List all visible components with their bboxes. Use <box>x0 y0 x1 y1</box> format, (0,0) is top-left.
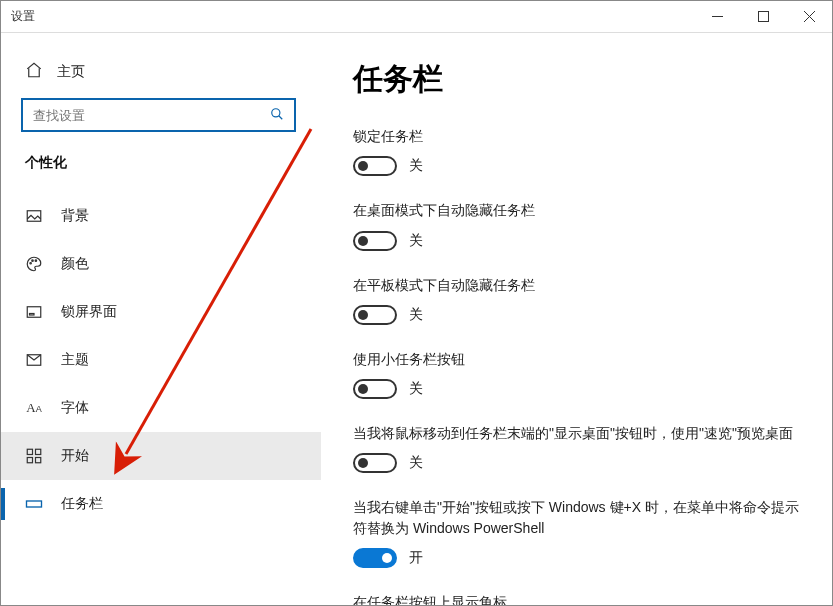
toggle-peek-desktop[interactable] <box>353 453 397 473</box>
titlebar: 设置 <box>1 1 832 33</box>
search-icon <box>270 107 284 124</box>
sidebar-item-lockscreen[interactable]: 锁屏界面 <box>1 288 321 336</box>
search-container <box>21 98 301 132</box>
toggle-lock-taskbar[interactable] <box>353 156 397 176</box>
home-icon <box>25 61 43 82</box>
setting-badges: 在任务栏按钮上显示角标 开 <box>353 592 800 605</box>
svg-point-8 <box>32 260 34 262</box>
svg-rect-13 <box>27 449 32 454</box>
section-title: 个性化 <box>1 150 321 182</box>
svg-rect-17 <box>27 501 42 507</box>
toggle-powershell[interactable] <box>353 548 397 568</box>
setting-peek-desktop: 当我将鼠标移动到任务栏末端的"显示桌面"按钮时，使用"速览"预览桌面 关 <box>353 423 800 473</box>
setting-autohide-desktop: 在桌面模式下自动隐藏任务栏 关 <box>353 200 800 250</box>
window-controls <box>694 1 832 33</box>
toggle-autohide-tablet[interactable] <box>353 305 397 325</box>
palette-icon <box>25 255 43 273</box>
sidebar-item-start[interactable]: 开始 <box>1 432 321 480</box>
nav: 背景 颜色 锁屏界面 主题 AA 字体 <box>1 192 321 528</box>
setting-label: 在平板模式下自动隐藏任务栏 <box>353 275 800 295</box>
sidebar-item-background[interactable]: 背景 <box>1 192 321 240</box>
window-title: 设置 <box>11 8 35 25</box>
picture-icon <box>25 207 43 225</box>
maximize-button[interactable] <box>740 1 786 33</box>
toggle-state: 关 <box>409 157 423 175</box>
sidebar-item-label: 任务栏 <box>61 495 103 513</box>
setting-lock-taskbar: 锁定任务栏 关 <box>353 126 800 176</box>
settings-window: 设置 主页 个性化 <box>0 0 833 606</box>
minimize-button[interactable] <box>694 1 740 33</box>
toggle-autohide-desktop[interactable] <box>353 231 397 251</box>
toggle-state: 关 <box>409 380 423 398</box>
setting-powershell: 当我右键单击"开始"按钮或按下 Windows 键+X 时，在菜单中将命令提示符… <box>353 497 800 568</box>
sidebar-item-colors[interactable]: 颜色 <box>1 240 321 288</box>
sidebar-item-label: 开始 <box>61 447 89 465</box>
setting-label: 在任务栏按钮上显示角标 <box>353 592 800 605</box>
home-link[interactable]: 主页 <box>1 53 321 98</box>
themes-icon <box>25 351 43 369</box>
toggle-small-buttons[interactable] <box>353 379 397 399</box>
svg-rect-16 <box>36 458 41 463</box>
svg-rect-10 <box>27 307 41 318</box>
sidebar-item-fonts[interactable]: AA 字体 <box>1 384 321 432</box>
sidebar-item-label: 颜色 <box>61 255 89 273</box>
home-label: 主页 <box>57 63 85 81</box>
svg-rect-15 <box>27 458 32 463</box>
lockscreen-icon <box>25 303 43 321</box>
svg-point-7 <box>30 263 32 265</box>
toggle-state: 关 <box>409 306 423 324</box>
content-pane: 任务栏 锁定任务栏 关 在桌面模式下自动隐藏任务栏 关 在平板模式下自动隐藏任务… <box>321 33 832 605</box>
setting-label: 当我右键单击"开始"按钮或按下 Windows 键+X 时，在菜单中将命令提示符… <box>353 497 800 538</box>
search-input[interactable] <box>21 98 296 132</box>
close-button[interactable] <box>786 1 832 33</box>
setting-label: 锁定任务栏 <box>353 126 800 146</box>
setting-label: 使用小任务栏按钮 <box>353 349 800 369</box>
sidebar-item-taskbar[interactable]: 任务栏 <box>1 480 321 528</box>
toggle-state: 开 <box>409 549 423 567</box>
svg-rect-6 <box>27 211 41 222</box>
page-title: 任务栏 <box>353 59 800 100</box>
toggle-state: 关 <box>409 232 423 250</box>
fonts-icon: AA <box>25 399 43 417</box>
taskbar-icon <box>25 495 43 513</box>
setting-label: 当我将鼠标移动到任务栏末端的"显示桌面"按钮时，使用"速览"预览桌面 <box>353 423 800 443</box>
search-field[interactable] <box>33 108 270 123</box>
svg-point-4 <box>272 108 280 116</box>
svg-line-5 <box>279 115 283 119</box>
setting-small-buttons: 使用小任务栏按钮 关 <box>353 349 800 399</box>
toggle-state: 关 <box>409 454 423 472</box>
window-body: 主页 个性化 背景 颜色 <box>1 33 832 605</box>
sidebar-item-label: 字体 <box>61 399 89 417</box>
sidebar-item-label: 主题 <box>61 351 89 369</box>
sidebar: 主页 个性化 背景 颜色 <box>1 33 321 605</box>
setting-autohide-tablet: 在平板模式下自动隐藏任务栏 关 <box>353 275 800 325</box>
sidebar-item-label: 背景 <box>61 207 89 225</box>
svg-point-9 <box>35 260 37 262</box>
sidebar-item-label: 锁屏界面 <box>61 303 117 321</box>
svg-rect-14 <box>36 449 41 454</box>
start-icon <box>25 447 43 465</box>
sidebar-item-themes[interactable]: 主题 <box>1 336 321 384</box>
setting-label: 在桌面模式下自动隐藏任务栏 <box>353 200 800 220</box>
svg-rect-11 <box>30 314 35 316</box>
svg-rect-1 <box>758 12 768 22</box>
